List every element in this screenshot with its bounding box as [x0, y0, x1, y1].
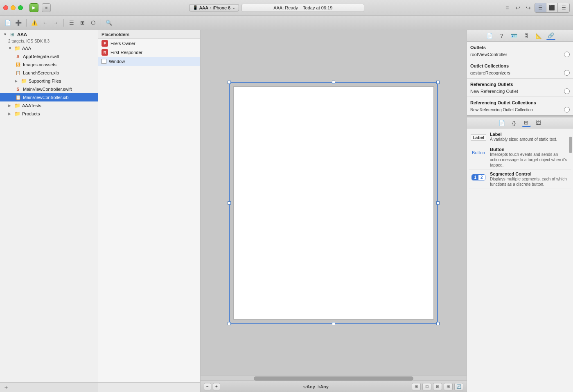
inspector-file-btn[interactable]: 📄: [485, 32, 494, 40]
handle-bm[interactable]: [332, 322, 335, 325]
sidebar-item-images[interactable]: 🖼 Images.xcassets: [0, 61, 98, 69]
close-button[interactable]: [3, 5, 8, 10]
library-scrollbar[interactable]: [569, 137, 572, 153]
add-file-btn[interactable]: ＋: [3, 384, 9, 391]
files-owner-icon: F: [102, 40, 108, 47]
inspector-identity-btn[interactable]: 🪪: [510, 32, 519, 40]
run-button[interactable]: ▶: [29, 3, 38, 12]
inspector-connections-btn[interactable]: 🔗: [546, 32, 555, 40]
sidebar-item-appdelegate[interactable]: S AppDelegate.swift: [0, 52, 98, 61]
connection-row-new-ref-outlet: New Referencing Outlet: [470, 88, 570, 95]
handle-br[interactable]: [436, 322, 440, 325]
sidebar-label-supporting: Supporting Files: [29, 79, 61, 83]
sidebar-item-products[interactable]: ▶ 📁 Products: [0, 110, 98, 118]
inspector-attrs-btn[interactable]: 🎛: [522, 32, 531, 40]
canvas-bottom-bar: − + wAny hAny ⊞ ⊡ ⊞ ⊞ 🔄: [201, 381, 467, 392]
sep2: [63, 19, 64, 27]
stop-button[interactable]: ■: [42, 3, 51, 12]
sidebar-label-appdelegate: AppDelegate.swift: [23, 54, 59, 59]
sidebar-footer: ＋: [0, 382, 98, 392]
warning-btn[interactable]: ⚠️: [30, 18, 39, 27]
sidebar-item-supporting[interactable]: ▶ 📁 Supporting Files: [0, 77, 98, 85]
outlets-section: Outlets rootViewController: [467, 42, 573, 60]
sidebar-item-mainvc-swift[interactable]: S MainViewController.swift: [0, 85, 98, 93]
connection-circle-new-ref-outlet[interactable]: [564, 88, 570, 94]
library-files-btn[interactable]: 📄: [497, 119, 506, 127]
label-name: Label: [490, 132, 557, 137]
canvas-scroll-thumb[interactable]: [254, 376, 413, 381]
handle-ml[interactable]: [228, 201, 231, 205]
size-controls: − +: [204, 383, 220, 390]
connection-label-new-ref-coll: New Referencing Outlet Collection: [470, 108, 533, 112]
sidebar-item-aaa-group[interactable]: 2 targets, iOS SDK 8.3: [0, 38, 98, 44]
first-responder-label: First Responder: [111, 50, 142, 55]
library-toolbar: 📄 {} ⊞ 🖼: [467, 117, 573, 128]
referencing-outlets-title: Referencing Outlets: [470, 80, 570, 88]
canvas-frame[interactable]: [229, 82, 438, 324]
list-btn[interactable]: ☰: [67, 18, 76, 27]
scheme-label: AAA: [199, 5, 208, 10]
scheme-selector[interactable]: 📱 AAA › iPhone 6 ⌄: [189, 4, 239, 11]
library-snippets-btn[interactable]: {}: [510, 119, 519, 127]
handle-tr[interactable]: [436, 81, 440, 84]
sidebar-item-launchscreen[interactable]: 📋 LaunchScreen.xib: [0, 69, 98, 77]
handle-tl[interactable]: [228, 81, 231, 84]
inspector-quickhelp-btn[interactable]: ?: [497, 32, 506, 40]
library-media-btn[interactable]: 🖼: [534, 119, 543, 127]
folder-icon-aaa: 📁: [14, 45, 20, 51]
xib-icon-mainvc: 📋: [15, 95, 21, 100]
layout-icon-3[interactable]: ⊞: [433, 383, 442, 390]
status-text: AAA: Ready Today at 06:19: [273, 5, 332, 10]
sidebar-group-aaa[interactable]: ▼ 📁 AAA: [0, 44, 98, 52]
add-btn[interactable]: ➕: [14, 18, 23, 27]
connection-circle-rootvc[interactable]: [564, 52, 570, 57]
library-item-button[interactable]: Button Button Intercepts touch events an…: [469, 145, 571, 170]
connection-circle-new-ref-coll[interactable]: [564, 107, 570, 113]
sidebar-root-item[interactable]: ▼ ⊞ AAA: [0, 30, 98, 38]
debug-toggle[interactable]: ⬛: [546, 3, 558, 12]
zoom-in-btn[interactable]: +: [213, 383, 220, 390]
library-objects-btn[interactable]: ⊞: [522, 119, 531, 127]
back-icon[interactable]: ↩: [513, 3, 522, 12]
library-item-segmented[interactable]: 1 2 Segmented Control Displays multiple …: [469, 170, 571, 189]
inspector-size-btn[interactable]: 📐: [534, 32, 543, 40]
ib-item-first-responder[interactable]: R First Responder: [98, 48, 200, 57]
connection-row-gesture: gestureRecognizers: [470, 69, 570, 77]
first-responder-icon: R: [102, 49, 108, 56]
sidebar-item-aaatests[interactable]: ▶ 📁 AAATests: [0, 101, 98, 110]
handle-tm[interactable]: [332, 81, 335, 84]
navigator-toggle[interactable]: ☰: [535, 3, 546, 12]
library-scroll-container: Label Label A variably sized amount of s…: [467, 128, 573, 392]
ib-objects-panel: Placeholders F File's Owner R First Resp…: [98, 30, 201, 392]
sidebar-label-aaa: AAA: [22, 46, 31, 51]
handle-bl[interactable]: [228, 322, 231, 325]
maximize-button[interactable]: [18, 5, 23, 10]
library-item-label[interactable]: Label Label A variably sized amount of s…: [469, 130, 571, 145]
folder-icon-supporting: 📁: [20, 78, 27, 84]
forward-btn[interactable]: →: [51, 18, 60, 27]
grid-btn[interactable]: ⊞: [78, 18, 87, 27]
layout-icon-5[interactable]: 🔄: [454, 383, 463, 390]
layout-icon-1[interactable]: ⊞: [412, 383, 421, 390]
zoom-out-btn[interactable]: −: [204, 383, 211, 390]
connection-circle-gesture[interactable]: [564, 70, 570, 76]
canvas-scroll-track[interactable]: [201, 376, 467, 381]
back-btn[interactable]: ←: [41, 18, 50, 27]
connection-label-new-ref-outlet: New Referencing Outlet: [470, 89, 518, 94]
search-btn[interactable]: 🔍: [104, 18, 113, 27]
sidebar-item-mainvc-xib[interactable]: 📋 MainViewController.xib: [0, 93, 98, 101]
new-file-btn[interactable]: 📄: [3, 18, 12, 27]
status-bar: AAA: Ready Today at 06:19: [241, 4, 364, 12]
minimize-button[interactable]: [11, 5, 16, 10]
canvas-main[interactable]: [201, 30, 467, 376]
inspector-toggle[interactable]: ☰: [558, 3, 569, 12]
forward-icon[interactable]: ↪: [524, 3, 533, 12]
ib-item-window[interactable]: Window: [98, 57, 200, 66]
ib-item-files-owner[interactable]: F File's Owner: [98, 39, 200, 48]
handle-mr[interactable]: [436, 201, 440, 205]
editor-icon[interactable]: ≡: [503, 3, 512, 12]
layout-icon-2[interactable]: ⊡: [422, 383, 431, 390]
alt-btn[interactable]: ⬡: [88, 18, 97, 27]
sidebar-label-products: Products: [22, 111, 40, 116]
layout-icon-4[interactable]: ⊞: [444, 383, 453, 390]
